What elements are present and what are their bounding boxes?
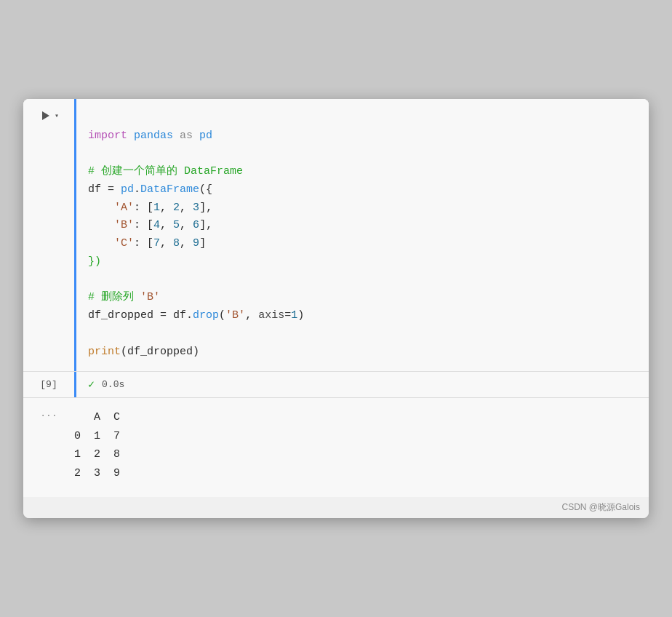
code-line-drop: df_dropped = df.drop('B', axis=1) (88, 307, 637, 325)
cell-footer-body: ✓ 0.0s (74, 372, 649, 397)
code-line (88, 109, 637, 127)
dropdown-arrow-icon[interactable]: ▾ (55, 111, 59, 120)
cell-run-number: [9] (23, 372, 74, 397)
execution-time: 0.0s (102, 379, 124, 390)
code-cell: ▾ import pandas as pd # 创建一个简单的 DataFram… (23, 99, 649, 373)
code-line (88, 325, 637, 343)
code-line-df: df = pd.DataFrame({ (88, 181, 637, 199)
code-line-import: import pandas as pd (88, 127, 637, 146)
code-line-print: print(df_dropped) (88, 343, 637, 362)
run-controls[interactable]: ▾ (39, 109, 59, 122)
cell-gutter: ▾ (23, 99, 74, 372)
code-line-comment2: # 删除列 'B' (88, 289, 637, 307)
output-gutter: ... (23, 398, 74, 497)
output-dots: ... (40, 408, 57, 419)
code-line-col-a: 'A': [1, 2, 3], (88, 199, 637, 218)
success-checkmark-icon: ✓ (88, 378, 95, 391)
output-table: A C 0 1 7 1 2 8 2 3 9 (74, 408, 637, 482)
code-line-col-b: 'B': [4, 5, 6], (88, 217, 637, 235)
code-line-close: }) (88, 253, 637, 271)
code-line-comment1: # 创建一个简单的 DataFrame (88, 163, 637, 181)
output-body: A C 0 1 7 1 2 8 2 3 9 (74, 398, 649, 497)
notebook-container: ▾ import pandas as pd # 创建一个简单的 DataFram… (23, 99, 649, 519)
code-line-col-c: 'C': [7, 8, 9] (88, 235, 637, 253)
watermark: CSDN @晓源Galois (23, 497, 649, 518)
run-button[interactable] (39, 109, 52, 122)
cell-footer: [9] ✓ 0.0s (23, 372, 649, 398)
code-line (88, 145, 637, 163)
code-line (88, 271, 637, 290)
svg-marker-0 (42, 111, 49, 120)
output-cell: ... A C 0 1 7 1 2 8 2 3 9 (23, 398, 649, 497)
cell-input[interactable]: import pandas as pd # 创建一个简单的 DataFrame … (74, 99, 649, 372)
